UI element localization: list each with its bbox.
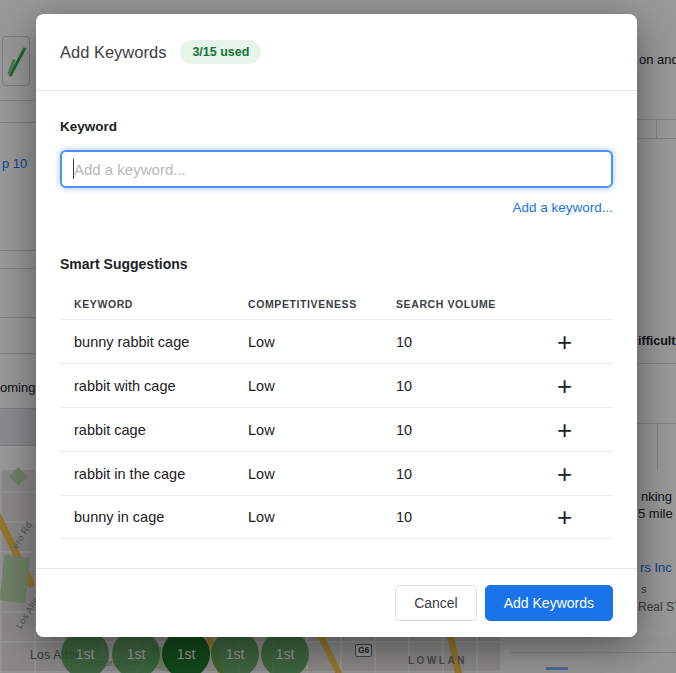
- cell-search-volume: 10: [396, 378, 516, 394]
- cell-competitiveness: Low: [248, 509, 396, 525]
- dialog-footer: Cancel Add Keywords: [36, 568, 637, 637]
- input-caret: [73, 159, 74, 179]
- cell-keyword: rabbit in the cage: [60, 466, 248, 482]
- add-suggestion-button[interactable]: +: [547, 368, 583, 404]
- add-keyword-link-row: Add a keyword...: [60, 198, 613, 214]
- dialog-header: Add Keywords 3/15 used: [36, 14, 637, 91]
- keyword-field-label: Keyword: [60, 119, 613, 134]
- table-row: rabbit in the cage Low 10 +: [60, 451, 613, 495]
- plus-icon: +: [557, 417, 572, 443]
- cell-search-volume: 10: [396, 509, 516, 525]
- cell-keyword: rabbit with cage: [60, 378, 248, 394]
- cell-competitiveness: Low: [248, 466, 396, 482]
- cell-search-volume: 10: [396, 422, 516, 438]
- screen: p 10 oming on and ifficulty nking 5 mile…: [0, 0, 676, 673]
- dialog-body: Keyword Add a keyword... Smart Suggestio…: [36, 91, 637, 539]
- cell-search-volume: 10: [396, 466, 516, 482]
- keyword-input[interactable]: [60, 150, 613, 188]
- cell-keyword: bunny in cage: [60, 509, 248, 525]
- cell-keyword: bunny rabbit cage: [60, 334, 248, 350]
- column-header-keyword: KEYWORD: [60, 298, 248, 310]
- cell-keyword: rabbit cage: [60, 422, 248, 438]
- usage-badge: 3/15 used: [180, 40, 261, 64]
- add-suggestion-button[interactable]: +: [547, 324, 583, 360]
- table-row: bunny in cage Low 10 +: [60, 495, 613, 539]
- add-suggestion-button[interactable]: +: [547, 456, 583, 492]
- plus-icon: +: [557, 373, 572, 399]
- suggestions-table: KEYWORD COMPETITIVENESS SEARCH VOLUME bu…: [60, 289, 613, 539]
- add-suggestion-button[interactable]: +: [547, 412, 583, 448]
- cell-competitiveness: Low: [248, 378, 396, 394]
- plus-icon: +: [557, 329, 572, 355]
- add-suggestion-button[interactable]: +: [547, 499, 583, 535]
- add-keywords-button[interactable]: Add Keywords: [485, 585, 613, 621]
- keyword-input-wrap: [60, 150, 613, 188]
- table-row: rabbit cage Low 10 +: [60, 407, 613, 451]
- cell-search-volume: 10: [396, 334, 516, 350]
- dialog-title: Add Keywords: [60, 43, 166, 62]
- table-header-row: KEYWORD COMPETITIVENESS SEARCH VOLUME: [60, 289, 613, 319]
- plus-icon: +: [557, 504, 572, 530]
- add-keywords-dialog: Add Keywords 3/15 used Keyword Add a key…: [36, 14, 637, 637]
- column-header-competitiveness: COMPETITIVENESS: [248, 298, 396, 310]
- smart-suggestions-title: Smart Suggestions: [60, 256, 613, 272]
- cell-competitiveness: Low: [248, 422, 396, 438]
- cell-competitiveness: Low: [248, 334, 396, 350]
- table-row: bunny rabbit cage Low 10 +: [60, 319, 613, 363]
- cancel-button[interactable]: Cancel: [395, 585, 477, 621]
- plus-icon: +: [557, 461, 572, 487]
- add-keyword-link[interactable]: Add a keyword...: [512, 200, 613, 215]
- column-header-search-volume: SEARCH VOLUME: [396, 298, 516, 310]
- table-row: rabbit with cage Low 10 +: [60, 363, 613, 407]
